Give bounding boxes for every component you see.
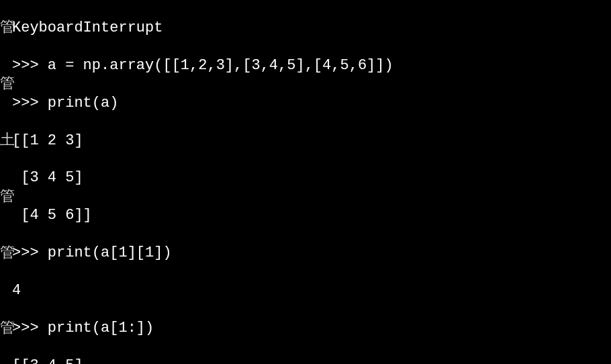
input-line: >>> print(a[1:])	[12, 319, 393, 338]
output-line: 4	[12, 281, 393, 300]
output-line: [4 5 6]]	[12, 206, 393, 225]
output-line: [3 4 5]	[12, 169, 393, 187]
output-line: [[3 4 5]	[12, 357, 393, 364]
edge-char: 管	[0, 320, 15, 338]
input-line: >>> a = np.array([[1,2,3],[3,4,5],[4,5,6…	[12, 56, 393, 75]
edge-char: 管	[0, 19, 15, 38]
edge-char: 土	[0, 132, 15, 150]
input-line: >>> print(a)	[12, 94, 393, 113]
edge-char: 管	[0, 75, 15, 94]
input-line: >>> print(a[1][1])	[12, 244, 393, 263]
terminal-output[interactable]: KeyboardInterrupt >>> a = np.array([[1,2…	[12, 0, 393, 364]
edge-char: 管	[0, 244, 15, 263]
edge-char: 管	[0, 188, 15, 207]
output-line: [[1 2 3]	[12, 132, 393, 150]
output-line: KeyboardInterrupt	[12, 19, 393, 38]
